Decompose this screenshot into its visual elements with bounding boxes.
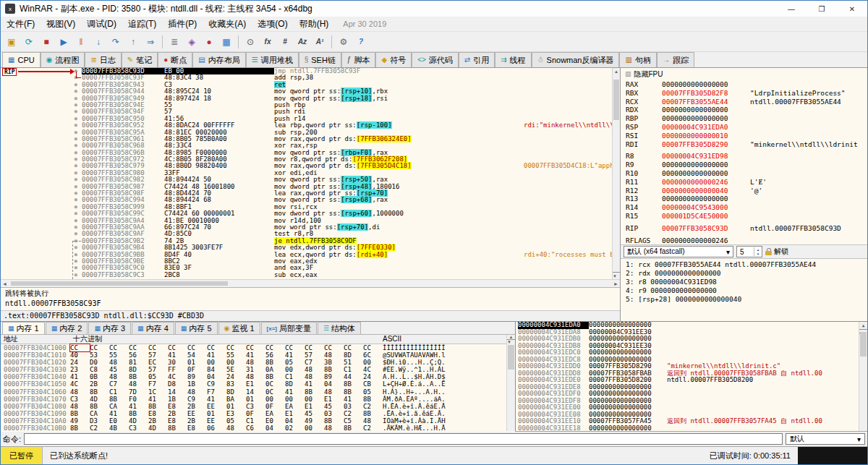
breakpoint-dot-icon[interactable]: ● xyxy=(1,163,82,169)
memory-byte[interactable]: 41 xyxy=(109,410,129,417)
breakpoint-dot-icon[interactable]: ● xyxy=(1,88,82,95)
memory-byte[interactable]: EE xyxy=(207,417,226,425)
memory-byte[interactable]: EE xyxy=(207,403,226,410)
memory-byte[interactable]: 7D xyxy=(129,388,148,396)
menu-item-1[interactable]: 视图(V) xyxy=(41,17,81,32)
register-r10[interactable]: R100000000000000000 xyxy=(621,169,867,178)
breakpoint-dot-icon[interactable]: ● xyxy=(1,197,82,203)
breakpoint-dot-icon[interactable]: ● xyxy=(1,150,82,156)
register-r9[interactable]: R90000000000000000 xyxy=(621,161,867,169)
memory-byte[interactable]: 8B xyxy=(109,396,129,403)
memory-byte[interactable]: E8 xyxy=(187,425,207,432)
register-rbx[interactable]: RBX00007FFB305D82F8"LdrpInitializeProces… xyxy=(621,89,867,98)
memory-byte[interactable]: 8B xyxy=(324,417,344,425)
memory-byte[interactable]: 4D xyxy=(90,396,109,403)
memory-byte[interactable]: 48 xyxy=(305,366,324,373)
memory-byte[interactable]: 45 xyxy=(324,403,344,410)
memory-byte[interactable]: 40 xyxy=(70,351,90,359)
tab-call-stack[interactable]: ☰调用堆栈 xyxy=(246,52,299,67)
memory-byte[interactable]: 41 xyxy=(344,396,363,403)
register-rflags[interactable]: RFLAGS0000000000000246 xyxy=(621,236,867,245)
breakpoint-dot-icon[interactable]: ● xyxy=(1,129,82,136)
stack-vertical-scrollbar[interactable]: ▲ ▼ xyxy=(859,322,867,431)
memory-byte[interactable]: 00 xyxy=(207,359,226,366)
memory-byte[interactable]: C1 xyxy=(285,373,305,380)
memory-byte[interactable]: 4D xyxy=(129,417,148,425)
memory-byte[interactable]: 04 xyxy=(324,380,344,388)
step-into-button[interactable]: ↓ xyxy=(90,34,106,50)
memory-byte[interactable]: 01 xyxy=(226,403,246,410)
memory-byte[interactable]: 04 xyxy=(265,425,285,432)
memory-byte[interactable]: 14 xyxy=(168,388,187,396)
memory-byte[interactable]: 55 xyxy=(226,351,246,359)
calling-convention-select[interactable]: 默认 (x64 fastcall) ▾ xyxy=(624,246,733,257)
memory-byte[interactable]: 03 xyxy=(324,410,344,417)
register-rsi[interactable]: RSI0000000000000010 xyxy=(621,132,867,140)
memory-byte[interactable]: CC xyxy=(109,344,129,351)
register-rbp[interactable]: RBP0000000000000000 xyxy=(621,114,867,123)
register-rdi[interactable]: RDI00007FFB305D8290"minkernel\\ntdll\\ld… xyxy=(621,140,867,149)
breakpoint-dot-icon[interactable]: ● xyxy=(1,218,82,224)
unlock-toggle[interactable]: 解锁 xyxy=(765,247,788,257)
tab-threads[interactable]: ⇉线程 xyxy=(495,52,531,67)
tab-symbols[interactable]: ◆符号 xyxy=(375,52,412,67)
tab-locals[interactable]: [x=]局部变量 xyxy=(261,322,317,334)
memory-byte[interactable]: 05 xyxy=(226,417,246,425)
command-input[interactable] xyxy=(24,433,783,445)
memory-byte[interactable]: 48 xyxy=(187,388,207,396)
tab-notes[interactable]: ✎笔记 xyxy=(122,52,158,67)
memory-byte[interactable]: 24 xyxy=(363,373,383,380)
tab-source[interactable]: <>源代码 xyxy=(412,52,459,67)
memory-byte[interactable]: 8B xyxy=(90,403,109,410)
memory-byte[interactable]: 41 xyxy=(207,351,226,359)
scrollbar-thumb[interactable] xyxy=(613,80,619,120)
memory-byte[interactable]: 8B xyxy=(129,373,148,380)
breakpoint-dot-icon[interactable]: ● xyxy=(1,265,82,271)
memory-byte[interactable]: C2 xyxy=(90,425,109,432)
breakpoint-dot-icon[interactable]: ● xyxy=(1,82,82,88)
breakpoint-dot-icon[interactable]: ● xyxy=(1,108,82,115)
memory-byte[interactable]: 0F xyxy=(187,366,207,373)
memory-byte[interactable]: CC xyxy=(305,344,324,351)
memory-byte[interactable]: C8 xyxy=(90,366,109,373)
memory-byte[interactable]: 2B xyxy=(187,417,207,425)
memory-byte[interactable]: 41 xyxy=(207,396,226,403)
memory-byte[interactable]: 0A xyxy=(265,366,285,373)
memory-byte[interactable]: 8D xyxy=(285,380,305,388)
memory-byte[interactable]: 8B xyxy=(344,388,363,396)
scroll-up-icon[interactable]: ▲ xyxy=(613,68,620,75)
breakpoint-dot-icon[interactable]: ● xyxy=(1,136,82,142)
memory-byte[interactable]: 00 xyxy=(265,396,285,403)
memory-byte[interactable]: 81 xyxy=(129,359,148,366)
memory-byte[interactable]: 8B xyxy=(129,410,148,417)
memory-byte[interactable]: CC xyxy=(324,344,344,351)
memory-byte[interactable]: 8B xyxy=(324,366,344,373)
memory-row[interactable]: 00007FFB304C1010405355565741544155415641… xyxy=(1,351,506,359)
memory-byte[interactable]: EA xyxy=(285,403,305,410)
scrollbar-thumb[interactable] xyxy=(11,281,228,286)
disasm-row[interactable]: ●00007FFB3058C9C32BC8sub ecx,eax xyxy=(1,272,612,278)
memory-byte[interactable]: 44 xyxy=(344,373,363,380)
memory-byte[interactable]: 41 xyxy=(70,373,90,380)
memory-byte[interactable]: 1C xyxy=(148,388,168,396)
settings-gear-button[interactable]: ⚙ xyxy=(336,34,352,50)
register-r12[interactable]: R120000000000000040'@' xyxy=(621,187,867,195)
memory-byte[interactable]: 01 xyxy=(207,410,226,417)
memory-byte[interactable]: 8D xyxy=(226,388,246,396)
memory-byte[interactable]: D3 xyxy=(90,417,109,425)
memory-byte[interactable]: CC xyxy=(70,344,90,351)
stepper-arrows-icon[interactable]: ▴▾ xyxy=(754,247,762,256)
memory-byte[interactable]: CC xyxy=(129,344,148,351)
breakpoints-button[interactable]: ● xyxy=(201,34,217,50)
memory-byte[interactable]: C1 xyxy=(246,417,265,425)
memory-row[interactable]: 00007FFB304C1070C34D8BF0411BC941BA010000… xyxy=(1,396,506,403)
menu-item-7[interactable]: 帮助(H) xyxy=(294,17,335,32)
memory-byte[interactable]: 48 xyxy=(246,359,265,366)
memory-byte[interactable]: 24 xyxy=(70,359,90,366)
breakpoint-dot-icon[interactable]: ● xyxy=(1,170,82,176)
memory-byte[interactable]: 0B xyxy=(90,373,109,380)
memory-byte[interactable]: C2 xyxy=(344,410,363,417)
breakpoint-dot-icon[interactable]: ● xyxy=(1,252,82,258)
memory-row[interactable]: 00007FFB304C1040410B488B054C890424488BC1… xyxy=(1,373,506,380)
register-r14[interactable]: R1400000004C9543000 xyxy=(621,203,867,212)
